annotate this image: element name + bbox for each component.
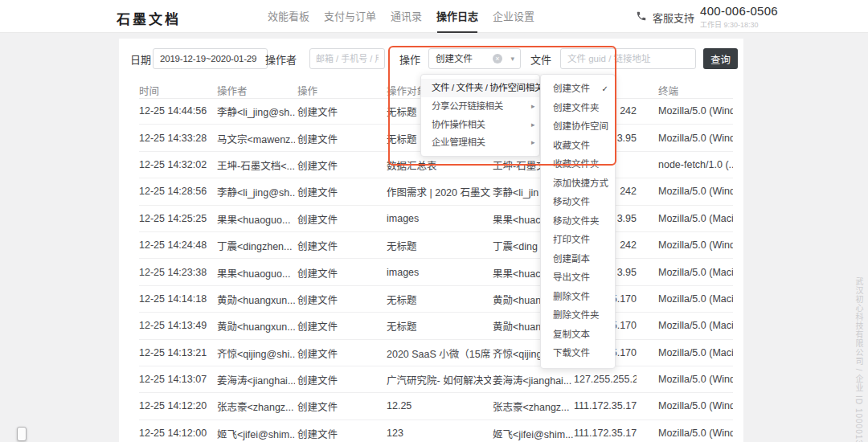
menu-group-item[interactable]: 协作操作相关 [421,116,539,134]
submenu-arrow-icon [531,97,534,116]
cell-operator: 果果<huaoguo... [217,211,295,226]
app-logo: 石墨文档 [117,8,181,28]
menu-option-item[interactable]: 导出文件 [541,268,615,288]
cell-action: 创建文件 [297,291,378,306]
nav-item[interactable]: 支付与订单 [324,0,376,33]
cell-terminal: Mozilla/5.0 (Maci... [658,213,733,224]
nav-item[interactable]: 操作日志 [436,0,478,33]
menu-option-item[interactable]: 移动文件夹 [541,212,615,231]
menu-group-item[interactable]: 文件 / 文件夹 / 协作空间相关 [421,79,539,97]
cell-action: 创建文件 [297,211,378,226]
menu-group-item[interactable]: 企业管理相关 [421,133,539,152]
menu-option-item[interactable]: 复制文本 [541,325,615,345]
cell-time: 12-25 14:44:56 [139,105,216,117]
cell-time: 12-25 14:32:02 [139,159,216,170]
cell-terminal: Mozilla/5.0 (Wind... [658,133,733,144]
submenu-arrow-icon [531,116,534,134]
menu-option-item[interactable]: 下载文件 [541,344,615,363]
cell-object: images [387,213,491,224]
date-range-input[interactable] [153,48,268,69]
support-label: 客服支持 [653,10,694,25]
menu-option-item[interactable]: 删除文件夹 [541,306,615,325]
cell-action: 创建文件 [297,238,378,253]
cell-action: 创建文件 [297,345,378,360]
cell-action: 创建文件 [297,130,378,145]
table-row[interactable]: 12-25 14:28:56 李静<li_jing@sh... 创建文件 作图需… [139,178,733,205]
menu-option-item[interactable]: 添加快捷方式 [541,174,615,194]
menu-option-label: 导出文件 [553,272,590,282]
cell-terminal: node-fetch/1.0 (... [658,159,733,170]
menu-option-label: 打印文件 [553,235,590,244]
table-row[interactable]: 12-25 14:25:25 果果<huaoguo... 创建文件 images… [139,206,733,232]
action-filter-label: 操作 [399,51,420,67]
col-header-time: 时间 [139,83,159,98]
query-button[interactable]: 查询 [703,48,738,69]
menu-option-item[interactable]: 移动文件 [541,193,615,212]
cell-operator: 齐惊<qijing@shi... [217,345,295,360]
date-filter-label: 日期 [130,51,151,67]
clear-icon[interactable] [493,54,502,63]
menu-group-item[interactable]: 分享公开链接相关 [421,97,539,116]
nav-item[interactable]: 企业设置 [493,0,534,33]
cell-action: 创建文件 [297,184,378,199]
cell-action: 创建文件 [297,318,378,334]
menu-option-label: 复制文本 [553,329,590,339]
table-row[interactable]: 12-25 14:12:20 张志豪<zhangz... 创建文件 12.25 … [139,393,733,419]
menu-option-item[interactable]: 创建副本 [541,250,615,269]
cell-operator: 黄勋<huangxun... [217,318,295,334]
cell-object: 作图需求 | 2020 石墨文... [387,184,491,199]
nav-item[interactable]: 效能看板 [268,0,309,33]
menu-option-item[interactable]: 创建文件夹 [541,99,615,118]
cell-action: 创建文件 [297,264,378,280]
cell-operator: 姬飞<jifei@shim... [217,425,295,440]
table-row[interactable]: 12-25 14:24:48 丁震<dingzhen... 创建文件 无标题 丁… [139,232,733,259]
table-row[interactable]: 12-25 14:14:18 黄勋<huangxun... 创建文件 无标题 黄… [139,286,733,313]
cell-time: 12-25 14:23:38 [139,267,216,278]
menu-option-label: 创建文件 [553,84,590,93]
cell-object: 广汽研究院- 如何解决文... [387,372,491,387]
check-icon [602,80,608,99]
cell-time: 12-25 14:25:25 [139,213,216,224]
support-block: 客服支持 400-006-0506 工作日 9:30-18:30 [636,3,778,30]
action-select-value: 创建文件 [436,54,473,63]
company-watermark: 武汉初心科技有限公司 / 企业 ID 1000013 [853,277,865,442]
cell-operator: 王坤-石墨文档<... [217,157,295,172]
table-row[interactable]: 12-25 14:12:00 姬飞<jifei@shim... 创建文件 123… [139,420,733,442]
cell-operator: 丁震<dingzhen... [217,238,295,253]
cell-terminal: Mozilla/5.0 (Wind... [658,374,733,385]
table-row[interactable]: 12-25 14:13:21 齐惊<qijing@shi... 创建文件 202… [139,340,733,366]
cell-object: 无标题 [387,238,491,253]
file-guid-input[interactable] [560,48,696,69]
cell-operator: 李静<li_jing@sh... [217,184,295,199]
menu-option-item[interactable]: 收藏文件 [541,137,615,156]
cell-object: 无标题 [387,318,491,334]
menu-option-item[interactable]: 打印文件 [541,231,615,250]
table-row[interactable]: 12-25 14:13:07 姜海涛<jianghai... 创建文件 广汽研究… [139,366,733,393]
screenshot-thumbnail[interactable] [17,427,27,441]
cell-terminal: Mozilla/5.0 (Wind... [658,428,733,439]
menu-option-item[interactable]: 删除文件 [541,288,615,307]
cell-terminal: Mozilla/5.0 (Maci... [658,347,733,358]
menu-option-label: 创建副本 [553,254,590,264]
cell-terminal: Mozilla/5.0 (Maci... [658,293,733,305]
submenu-arrow-icon [531,133,534,152]
cell-object: images [387,267,491,278]
menu-option-item[interactable]: 创建协作空间 [541,117,615,137]
menu-option-label: 创建协作空间 [553,121,608,131]
cell-time: 12-25 14:12:00 [139,428,216,439]
nav-item[interactable]: 通讯录 [391,0,422,33]
cell-action: 创建文件 [297,399,378,414]
table-row[interactable]: 12-25 14:13:49 黄勋<huangxun... 创建文件 无标题 黄… [139,313,733,339]
menu-option-item[interactable]: 收藏文件夹 [541,155,615,174]
menu-option-label: 移动文件夹 [553,216,600,226]
table-row[interactable]: 12-25 14:23:38 果果<huaoguo... 创建文件 images… [139,259,733,285]
cell-object: 无标题 [387,291,491,306]
action-select[interactable]: 创建文件 [428,48,521,69]
cell-object: 12.25 [387,400,491,411]
cell-terminal: Mozilla/5.0 (Wind... [658,105,733,117]
cell-time: 12-25 14:14:18 [139,293,216,305]
menu-option-item[interactable]: 创建文件 [541,80,615,99]
main-nav: 效能看板 支付与订单 通讯录 操作日志 企业设置 [268,0,534,33]
cell-operator: 张志豪<zhangz... [217,399,295,414]
operator-input[interactable] [309,48,385,69]
